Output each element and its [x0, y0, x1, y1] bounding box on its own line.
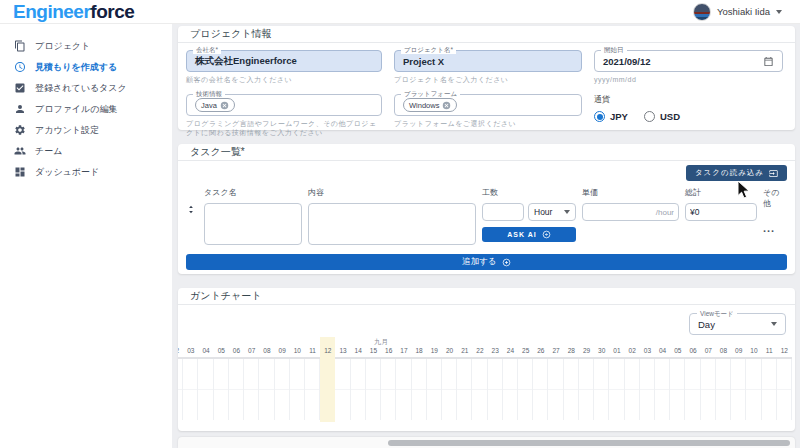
- gantt-timeline: 九月 0203040506070809101112131415161718192…: [178, 337, 792, 426]
- unit-price-header: 単価: [582, 187, 679, 198]
- chevron-down-icon: [776, 10, 782, 14]
- user-menu[interactable]: Yoshiaki Iida: [693, 3, 782, 21]
- chip-remove-icon[interactable]: [442, 101, 451, 110]
- gantt-day-label: 11: [305, 346, 320, 357]
- gantt-day-label: 07: [701, 346, 716, 357]
- effort-input[interactable]: [482, 203, 524, 221]
- sidebar-item-label: 見積もりを作成する: [35, 61, 117, 74]
- gantt-day-label: 07: [244, 346, 259, 357]
- task-name-input[interactable]: [204, 203, 302, 245]
- radio-selected-icon[interactable]: [594, 111, 605, 122]
- gantt-grid-column: [640, 359, 655, 420]
- calendar-icon[interactable]: [763, 56, 774, 67]
- gantt-grid-column: [442, 359, 457, 420]
- tech-info-field: 技術情報 Java プログラミング言語やフレームワーク、その他プロジェクトに関わ…: [186, 94, 382, 137]
- description-input[interactable]: [308, 203, 476, 245]
- dashboard-icon: [14, 166, 26, 180]
- add-task-button[interactable]: 追加する: [186, 254, 787, 270]
- app-logo[interactable]: Engineerforce: [13, 0, 134, 24]
- platform-field: プラットフォーム Windows プラットフォームをご選択ください: [394, 94, 582, 137]
- gantt-grid-column: [670, 359, 685, 420]
- gantt-day-label: 29: [579, 346, 594, 357]
- start-date-label: 開始日: [601, 46, 627, 54]
- sidebar-item-6[interactable]: ダッシュボード: [0, 162, 172, 183]
- chip-remove-icon[interactable]: [220, 101, 229, 110]
- add-circle-icon: [502, 258, 511, 267]
- sidebar-item-0[interactable]: プロジェクト: [0, 36, 172, 57]
- tech-info-label: 技術情報: [193, 90, 225, 98]
- gantt-grid-column: [427, 359, 442, 420]
- gantt-day-label: 21: [457, 346, 472, 357]
- gantt-day-label: 05: [670, 346, 685, 357]
- gantt-grid-column: [685, 359, 700, 420]
- tech-chip[interactable]: Java: [195, 98, 235, 112]
- gantt-title: ガントチャート: [178, 288, 795, 305]
- gantt-grid-column: [412, 359, 427, 420]
- other-header: その他: [763, 187, 785, 209]
- gantt-day-label: 11: [762, 346, 777, 357]
- total-header: 総計: [685, 187, 757, 198]
- view-mode-select[interactable]: Viewモード Day: [689, 313, 786, 335]
- drag-handle-icon[interactable]: [186, 203, 196, 216]
- platform-helper: プラットフォームをご選択ください: [394, 119, 582, 128]
- company-name-field: 会社名* 株式会社Engineerforce 顧客の会社名をご入力ください: [186, 50, 382, 84]
- tech-chip-label: Java: [201, 101, 217, 110]
- task-row: タスク名 内容 工数 Hour: [186, 187, 787, 245]
- ask-ai-button[interactable]: ASK AI: [482, 227, 576, 242]
- more-options-button[interactable]: ...: [763, 222, 785, 234]
- gantt-day-label: 01: [609, 346, 624, 357]
- project-name-helper: プロジェクト名をご入力ください: [394, 75, 582, 84]
- sidebar-item-3[interactable]: プロファイルの編集: [0, 99, 172, 120]
- start-date-value: 2021/09/12: [603, 56, 651, 67]
- scrollbar-thumb[interactable]: [388, 440, 790, 446]
- effort-unit-select[interactable]: Hour: [528, 203, 576, 221]
- gantt-grid-column: [731, 359, 746, 420]
- gantt-day-label: 10: [290, 346, 305, 357]
- currency-option-jpy[interactable]: JPY: [594, 111, 628, 122]
- gantt-grid-column: [198, 359, 213, 420]
- gantt-day-label: 13: [335, 346, 350, 357]
- view-mode-value: Day: [698, 319, 715, 330]
- gantt-day-label: 05: [214, 346, 229, 357]
- effort-unit-value: Hour: [534, 207, 552, 217]
- load-tasks-button[interactable]: タスクの読み込み: [686, 165, 787, 181]
- platform-label: プラットフォーム: [401, 90, 460, 98]
- sidebar: プロジェクト見積もりを作成する登録されているタスクプロファイルの編集アカウント設…: [0, 24, 172, 448]
- gantt-grid-column: [305, 359, 320, 420]
- sidebar-item-label: ダッシュボード: [35, 166, 99, 179]
- gantt-day-label: 20: [442, 346, 457, 357]
- gantt-grid-column: [533, 359, 548, 420]
- edit-profile-icon: [14, 103, 26, 117]
- sidebar-item-1[interactable]: 見積もりを作成する: [0, 57, 172, 78]
- start-date-helper: yyyy/mm/dd: [594, 75, 783, 84]
- logo-text-secondary: force: [90, 1, 134, 22]
- gantt-day-label: 02: [625, 346, 640, 357]
- gantt-day-label: 26: [533, 346, 548, 357]
- logo-text-primary: Engineer: [13, 1, 90, 22]
- gantt-day-label: 25: [518, 346, 533, 357]
- gantt-grid-column: [396, 359, 411, 420]
- currency-field: 通貨 JPY USD: [594, 94, 783, 137]
- unit-price-input[interactable]: [582, 203, 679, 221]
- project-info-title: プロジェクト情報: [178, 26, 795, 43]
- currency-option-usd[interactable]: USD: [644, 111, 680, 122]
- registered-tasks-icon: [14, 82, 26, 96]
- radio-unselected-icon[interactable]: [644, 111, 655, 122]
- add-task-button-label: 追加する: [462, 256, 496, 268]
- project-name-label: プロジェクト名*: [401, 46, 456, 54]
- gantt-day-label: 09: [731, 346, 746, 357]
- gantt-day-label: 27: [548, 346, 563, 357]
- gantt-grid-column: [579, 359, 594, 420]
- gantt-grid-column: [335, 359, 350, 420]
- gantt-grid-column: [183, 359, 198, 420]
- platform-chip[interactable]: Windows: [403, 98, 457, 112]
- total-input[interactable]: [685, 203, 757, 221]
- ask-ai-button-label: ASK AI: [507, 231, 536, 238]
- currency-option-jpy-label: JPY: [610, 111, 628, 122]
- gantt-day-label: 03: [640, 346, 655, 357]
- sidebar-item-5[interactable]: チーム: [0, 141, 172, 162]
- task-list-card: タスク一覧* タスクの読み込み タスク名 内容: [178, 144, 795, 274]
- sidebar-item-2[interactable]: 登録されているタスク: [0, 78, 172, 99]
- sidebar-item-4[interactable]: アカウント設定: [0, 120, 172, 141]
- gantt-day-label: 28: [564, 346, 579, 357]
